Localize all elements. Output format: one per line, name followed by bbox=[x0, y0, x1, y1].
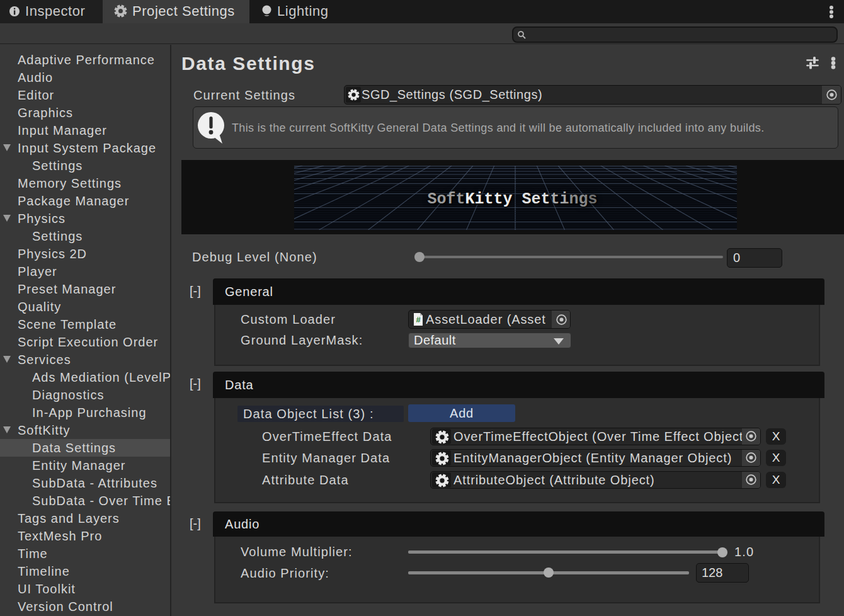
svg-text:#: # bbox=[416, 315, 421, 324]
